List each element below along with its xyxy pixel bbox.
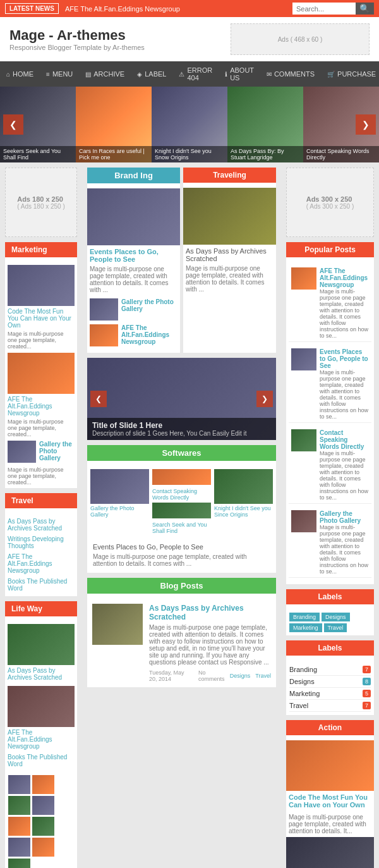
blog-posts-section: Blog Posts As Days Pass by Archives Scra… [87,578,276,687]
label-count-designs: 8 [363,678,371,685]
popular-posts-header: Popular Posts [286,242,374,257]
action-header: Action [286,720,374,735]
search-input[interactable] [292,3,356,15]
lifeway-grid-6 [32,817,54,836]
top-bar: LATEST NEWS AFE The Alt.Fan.Eddings News… [0,0,379,17]
travel-post-3[interactable]: AFE The Alt.Fan.Eddings Newsgroup [8,551,75,576]
lifeway-post-3[interactable]: AFE The Alt.Fan.Eddings Newsgroup [8,727,75,752]
hero-slider: ❮ Seekers Seek and You Shall Find Cars I… [0,87,379,162]
popular-post-img-3 [291,429,316,451]
soft-title-4[interactable]: Knight I didn't See you Since Origins [214,505,273,518]
label-tag-travel[interactable]: Travel [324,623,347,632]
hero-caption-1: Seekers Seek and You Shall Find [0,146,76,162]
label-item-branding[interactable]: Branding 7 [289,664,371,676]
marketing-post-2[interactable]: AFE The Alt.Fan.Eddings Newsgroup [8,394,75,419]
center-content: Brand Ing Events Places to Go, People to… [82,162,281,868]
traveling-header: Traveling [183,168,276,183]
blog-post-desc: Mage is multi-purpose one page template,… [149,624,271,666]
lifeway-post-1[interactable]: As Days Pass by Archives Scratched [8,665,75,683]
hero-next-button[interactable]: ❯ [356,114,376,135]
blog-post-tag-1[interactable]: Designs [230,673,251,679]
marketing-small-title-1[interactable]: Gallery the Photo Gallery [39,441,75,462]
top-bar-news: AFE The Alt.Fan.Eddings Newsgroup [59,5,292,13]
popular-post-title-3[interactable]: Contact Speaking Words Directly [320,429,369,450]
blog-post-date: Tuesday, May 20, 2014 [149,669,193,682]
soft-title-3[interactable]: Search Seek and You Shall Find [152,522,211,534]
hero-slide-2: Cars In Races are useful | Pick me one [76,87,152,162]
lifeway-header: Life Way [5,601,77,616]
popular-post-img-1 [291,267,316,290]
nav-purchase[interactable]: 🛒PURCHASE [321,65,379,83]
softwares-desc-body: Mage is multi-purpose one page template,… [90,553,273,570]
nav-home[interactable]: ⌂HOME [0,65,40,83]
label-tag-designs[interactable]: Designs [322,613,350,621]
popular-post-title-1[interactable]: AFE The Alt.Fan.Eddings Newsgroup [320,267,369,288]
nav-label[interactable]: ◈LABEL [131,65,172,83]
marketing-img-1 [8,265,75,306]
popular-post-desc-2: Mage is multi-purpose one page template,… [320,369,369,420]
label-tags-list: Branding Designs Marketing Travel [286,609,374,635]
nav-error404[interactable]: ⚠ERROR 404 [172,61,219,87]
label-item-travel[interactable]: Travel 7 [289,700,371,712]
ads-300-block: Ads 300 x 250 ( Ads 300 x 250 ) [286,168,374,237]
popular-post-img-4 [291,510,316,532]
soft-img-2b [152,503,211,518]
inner-slider-next[interactable]: ❯ [256,391,273,407]
site-title: Mage - Ar-themes [9,27,145,44]
popular-post-title-4[interactable]: Gallery the Photo Gallery [320,510,369,524]
branding-small-title-1[interactable]: Gallery the Photo Gallery [121,298,177,312]
travel-post-1[interactable]: As Days Pass by Archives Scratched [8,516,75,534]
label-item-designs[interactable]: Designs 8 [289,676,371,688]
branding-post-desc: Mage is multi-purpose one page template,… [87,266,180,296]
softwares-header: Softwares [87,445,276,461]
inner-slider-prev[interactable]: ❮ [90,391,107,407]
travel-header: Travel [5,493,77,508]
soft-title-2[interactable]: Contact Speaking Words Directly [152,488,211,501]
nav-archive[interactable]: ▤ARCHIVE [79,65,131,83]
lifeway-grid-8 [32,838,54,857]
nav-about[interactable]: ℹABOUT US [219,61,260,87]
branding-small-title-2[interactable]: AFE The Alt.Fan.Eddings Newsgroup [121,324,177,345]
nav-comments[interactable]: ✉COMMENTS [260,65,321,83]
lifeway-post-4[interactable]: Books The Published Word [8,752,75,769]
branding-header: Brand Ing [87,168,180,183]
blog-post-meta: Tuesday, May 20, 2014 No comments Design… [149,669,271,682]
branding-main-img [87,188,180,245]
popular-post-title-2[interactable]: Events Places to Go, People to See [320,348,369,369]
search-button[interactable]: 🔍 [356,3,374,15]
label-tag-marketing[interactable]: Marketing [289,623,322,632]
marketing-post-1[interactable]: Code The Most Fun You Can Have on Your O… [8,306,75,331]
traveling-col: Traveling As Days Pass by Archives Scrat… [183,168,276,353]
travel-post-4[interactable]: Books The Published Word [8,576,75,594]
site-subtitle: Responsive Blogger Template by Ar-themes [9,44,145,51]
popular-post-img-2 [291,348,316,370]
travel-post-2[interactable]: Writings Developing Thoughts [8,534,75,551]
traveling-main-img [183,188,276,245]
hero-prev-button[interactable]: ❮ [3,114,23,135]
main-container: Ads 180 x 250 ( Ads 180 x 250 ) Marketin… [0,162,379,868]
hero-caption-2: Cars In Races are useful | Pick me one [76,146,152,162]
branding-post-link[interactable]: Events Places to Go, People to See [87,245,180,266]
popular-post-2: Events Places to Go, People to SeeMage i… [289,346,371,423]
soft-img-3 [214,469,273,504]
ads-180-label: Ads 180 x 250 [17,195,65,203]
action-post-1-title[interactable]: Code The Most Fun You Can Have on Your O… [286,791,374,811]
marketing-small-desc: Mage is multi-purpose one page template,… [8,467,75,486]
site-info: Mage - Ar-themes Responsive Blogger Temp… [9,27,145,51]
soft-img-2a [152,469,211,485]
header-ads-banner: Ads ( 468 x 60 ) [231,23,370,55]
blog-post-title[interactable]: As Days Pass by Archives Scratched [149,604,271,621]
label-tag-branding[interactable]: Branding [289,613,320,621]
labels-list: Branding 7 Designs 8 Marketing 5 Travel … [286,661,374,715]
popular-posts-section: Popular Posts AFE The Alt.Fan.Eddings Ne… [286,242,374,584]
hero-caption-4: As Days Pass By: By Stuart Langridge [227,146,303,162]
blog-post-tag-2[interactable]: Travel [255,673,271,679]
marketing-header: Marketing [5,242,77,257]
nav-menu[interactable]: ≡MENU [40,65,79,83]
blog-post-comments[interactable]: No comments [198,669,225,682]
search-bar[interactable]: 🔍 [292,3,374,15]
label-item-marketing[interactable]: Marketing 5 [289,688,371,700]
traveling-post-desc: Mage is multi-purpose one page template,… [183,265,276,295]
labels-tags-header: Labels [286,589,374,604]
soft-title-1[interactable]: Gallery the Photo Gallery [90,505,149,518]
